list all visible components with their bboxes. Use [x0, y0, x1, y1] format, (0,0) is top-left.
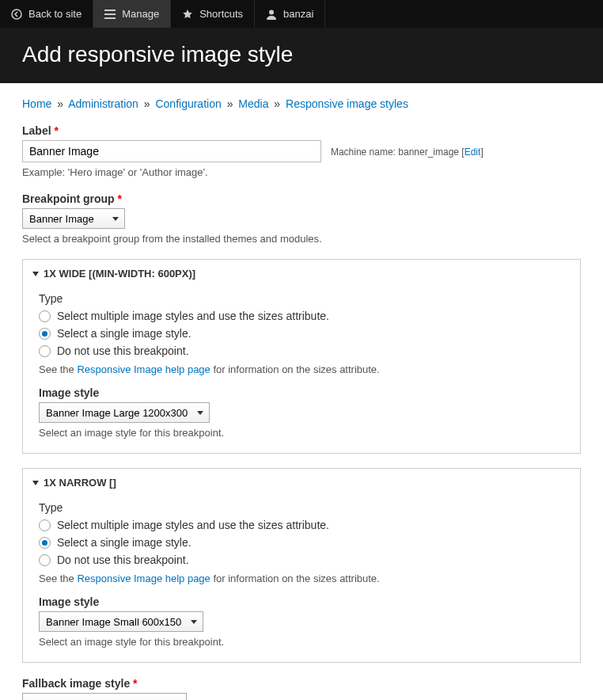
label-example: Example: 'Hero image' or 'Author image'.	[22, 166, 581, 178]
help-wide: See the Responsive Image help page for i…	[39, 363, 564, 375]
label-input[interactable]	[22, 140, 321, 162]
help-narrow: See the Responsive Image help page for i…	[39, 573, 564, 584]
breadcrumb-config[interactable]: Configuration	[155, 97, 221, 110]
manage-button[interactable]: Manage	[93, 0, 171, 28]
type-label-narrow: Type	[39, 501, 63, 514]
breakpoint-group-select[interactable]: Banner Image	[22, 208, 125, 229]
content: Home » Administration » Configuration » …	[0, 83, 603, 700]
breakpoint-narrow-summary[interactable]: 1X Narrow []	[23, 469, 580, 496]
image-style-select-narrow[interactable]: Banner Image Small 600x150	[39, 611, 203, 632]
breadcrumb: Home » Administration » Configuration » …	[22, 97, 581, 110]
image-style-desc-wide: Select an image style for this breakpoin…	[39, 427, 564, 439]
radio-narrow-multiple[interactable]	[39, 519, 51, 531]
shortcuts-button[interactable]: Shortcuts	[171, 0, 255, 28]
machine-name: Machine name: banner_image [Edit]	[331, 146, 484, 158]
radio-narrow-none[interactable]	[39, 554, 51, 566]
type-label-wide: Type	[39, 292, 63, 305]
svg-point-0	[12, 10, 21, 19]
page-header: Add responsive image style	[0, 28, 603, 83]
star-icon	[182, 9, 193, 20]
label-field-label: Label *	[22, 124, 581, 137]
back-icon	[11, 9, 22, 20]
radio-narrow-single[interactable]	[39, 537, 51, 549]
image-style-label-narrow: Image style	[39, 595, 564, 608]
radio-wide-multiple[interactable]	[39, 310, 51, 322]
svg-rect-1	[104, 10, 116, 11]
breakpoint-group-wrap: Breakpoint group * Banner Image Select a…	[22, 192, 581, 245]
shortcuts-label: Shortcuts	[199, 8, 243, 20]
label-field-wrap: Label * Machine name: banner_image [Edit…	[22, 124, 581, 178]
image-style-desc-narrow: Select an image style for this breakpoin…	[39, 636, 564, 648]
breadcrumb-media[interactable]: Media	[238, 97, 268, 110]
machine-name-edit[interactable]: Edit	[465, 146, 481, 158]
page-title: Add responsive image style	[22, 42, 581, 67]
fallback-label: Fallback image style *	[22, 677, 581, 690]
svg-rect-3	[104, 17, 116, 19]
help-link-wide[interactable]: Responsive Image help page	[77, 363, 210, 375]
hamburger-icon	[104, 10, 116, 19]
breakpoint-wide-summary[interactable]: 1X Wide [(min-width: 600px)]	[23, 260, 580, 287]
user-button[interactable]: banzai	[255, 0, 325, 28]
breakpoint-narrow-panel: 1X Narrow [] Type Select multiple image …	[22, 468, 581, 663]
back-label: Back to site	[28, 8, 82, 20]
admin-toolbar: Back to site Manage Shortcuts banzai	[0, 0, 603, 28]
fallback-select[interactable]: Banner Image Small 600x150	[22, 693, 187, 700]
radio-wide-none[interactable]	[39, 345, 51, 357]
user-label: banzai	[283, 8, 313, 20]
fallback-wrap: Fallback image style * Banner Image Smal…	[22, 677, 581, 700]
radio-wide-single[interactable]	[39, 328, 51, 340]
svg-rect-2	[104, 13, 116, 15]
manage-label: Manage	[122, 8, 159, 20]
breadcrumb-home[interactable]: Home	[22, 97, 51, 110]
image-style-select-wide[interactable]: Banner Image Large 1200x300	[39, 402, 210, 423]
breakpoint-group-desc: Select a breakpoint group from the insta…	[22, 233, 581, 245]
svg-point-4	[269, 10, 274, 14]
breadcrumb-current[interactable]: Responsive image styles	[286, 97, 408, 110]
back-to-site-button[interactable]: Back to site	[0, 0, 93, 28]
user-icon	[266, 9, 277, 20]
breadcrumb-admin[interactable]: Administration	[68, 97, 138, 110]
breakpoint-group-label: Breakpoint group *	[22, 192, 581, 205]
image-style-label-wide: Image style	[39, 386, 564, 399]
breakpoint-wide-panel: 1X Wide [(min-width: 600px)] Type Select…	[22, 259, 581, 454]
help-link-narrow[interactable]: Responsive Image help page	[77, 573, 210, 584]
